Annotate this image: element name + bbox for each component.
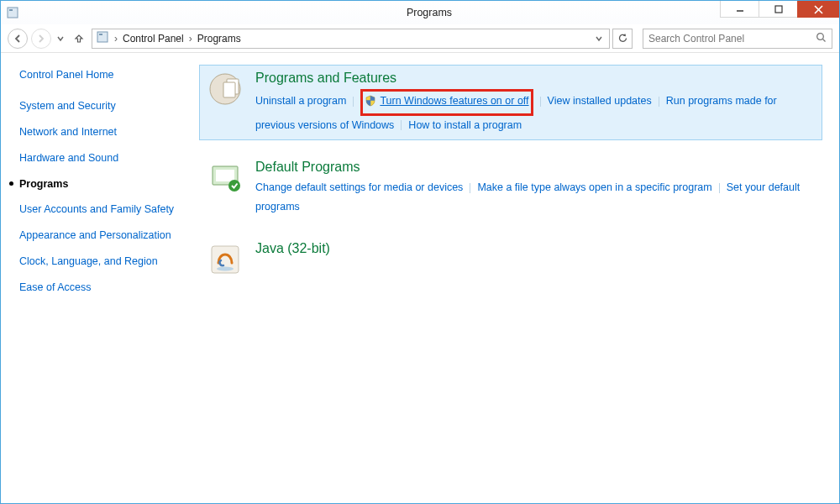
search-icon xyxy=(816,32,827,45)
uac-shield-icon xyxy=(365,94,376,113)
svg-rect-6 xyxy=(97,32,108,42)
location-icon xyxy=(96,30,109,46)
category-java-32-bit: Java (32-bit) xyxy=(199,235,822,284)
svg-rect-7 xyxy=(99,34,102,35)
search-input[interactable]: Search Control Panel xyxy=(643,29,832,49)
main: Programs and FeaturesUninstall a program… xyxy=(199,53,839,503)
titlebar: Programs xyxy=(1,1,839,24)
content: Control Panel HomeSystem and SecurityNet… xyxy=(1,53,839,503)
svg-rect-3 xyxy=(775,6,782,13)
svg-rect-1 xyxy=(9,9,13,11)
category-icon[interactable] xyxy=(207,241,244,278)
sidebar-item-programs[interactable]: Programs xyxy=(19,177,192,192)
app-icon xyxy=(6,6,19,19)
address-bar[interactable]: › Control Panel › Programs xyxy=(92,29,610,49)
search-placeholder: Search Control Panel xyxy=(648,33,744,45)
svg-rect-14 xyxy=(216,170,234,181)
svg-point-15 xyxy=(228,180,240,192)
link-view-installed-updates[interactable]: View installed updates xyxy=(548,95,652,107)
sidebar-item-appearance-and-personalization[interactable]: Appearance and Personalization xyxy=(19,228,192,243)
category-title[interactable]: Default Programs xyxy=(255,160,815,175)
close-button[interactable] xyxy=(797,1,839,18)
address-dropdown[interactable] xyxy=(592,33,606,45)
highlight-box: Turn Windows features on or off xyxy=(360,89,533,116)
svg-point-8 xyxy=(817,33,824,39)
category-programs-and-features: Programs and FeaturesUninstall a program… xyxy=(199,65,822,140)
forward-button[interactable] xyxy=(31,29,51,49)
chevron-right-icon: › xyxy=(187,33,194,45)
breadcrumb-root[interactable]: Control Panel xyxy=(123,33,184,45)
sidebar-item-hardware-and-sound[interactable]: Hardware and Sound xyxy=(19,151,192,165)
svg-line-9 xyxy=(823,39,826,41)
sidebar-item-user-accounts-and-family-safety[interactable]: User Accounts and Family Safety xyxy=(19,202,192,217)
navbar: › Control Panel › Programs Search Contro… xyxy=(1,24,839,53)
sidebar-item-control-panel-home[interactable]: Control Panel Home xyxy=(19,68,192,82)
svg-rect-12 xyxy=(223,82,235,97)
link-turn-windows-features-on-or-off[interactable]: Turn Windows features on or off xyxy=(380,95,528,107)
sidebar-item-ease-of-access[interactable]: Ease of Access xyxy=(19,281,192,295)
category-default-programs: Default ProgramsChange default settings … xyxy=(199,154,822,222)
up-button[interactable] xyxy=(70,29,88,48)
window-title: Programs xyxy=(19,7,839,18)
sidebar-item-network-and-internet[interactable]: Network and Internet xyxy=(19,125,192,139)
category-title[interactable]: Java (32-bit) xyxy=(255,241,815,256)
category-title[interactable]: Programs and Features xyxy=(255,71,815,86)
svg-point-17 xyxy=(217,267,234,271)
window: Programs › Control Panel › Programs Sear… xyxy=(0,0,840,504)
link-make-a-file-type-always-open-in-a-specific-program[interactable]: Make a file type always open in a specif… xyxy=(477,181,711,193)
sidebar-item-clock-language-and-region[interactable]: Clock, Language, and Region xyxy=(19,255,192,269)
minimize-button[interactable] xyxy=(720,1,759,18)
category-icon[interactable] xyxy=(207,160,244,197)
link-how-to-install-a-program[interactable]: How to install a program xyxy=(408,119,522,131)
maximize-button[interactable] xyxy=(759,1,797,18)
link-uninstall-a-program[interactable]: Uninstall a program xyxy=(255,95,346,107)
breadcrumb-current[interactable]: Programs xyxy=(197,33,241,45)
window-controls xyxy=(720,1,839,19)
link-change-default-settings-for-media-or-devices[interactable]: Change default settings for media or dev… xyxy=(255,181,463,193)
svg-rect-0 xyxy=(8,8,18,18)
refresh-button[interactable] xyxy=(612,29,633,49)
sidebar-item-system-and-security[interactable]: System and Security xyxy=(19,99,192,113)
sidebar: Control Panel HomeSystem and SecurityNet… xyxy=(1,53,199,503)
history-dropdown[interactable] xyxy=(55,29,66,49)
chevron-right-icon: › xyxy=(113,33,119,45)
back-button[interactable] xyxy=(8,29,28,49)
category-icon[interactable] xyxy=(207,71,244,108)
